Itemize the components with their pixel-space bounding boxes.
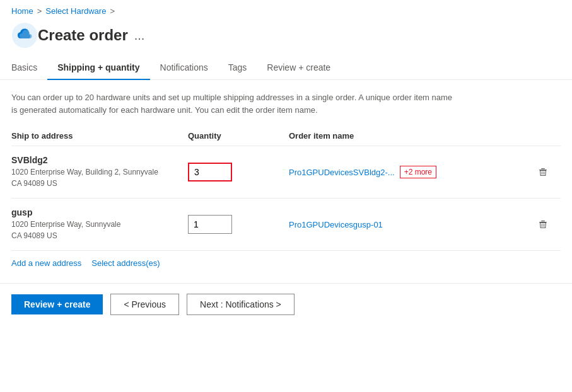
order-item-cell-1: Pro1GPUDevicesSVBldg2-... +2 more: [289, 166, 535, 178]
col-ship-to: Ship to address: [11, 131, 188, 141]
col-order-item-name: Order item name: [289, 131, 535, 141]
breadcrumb-sep2: >: [110, 6, 115, 16]
address-name-2: gusp: [11, 207, 188, 217]
order-item-cell-2: Pro1GPUDevicesgusp-01: [289, 220, 535, 229]
delete-button-2[interactable]: [535, 217, 551, 232]
tab-review-create[interactable]: Review + create: [257, 56, 341, 80]
svg-rect-6: [541, 221, 545, 221]
table-header: Ship to address Quantity Order item name: [11, 131, 561, 146]
description-text: You can order up to 20 hardware units an…: [11, 91, 453, 116]
quantity-cell-1[interactable]: [188, 163, 289, 182]
breadcrumb: Home > Select Hardware >: [0, 0, 572, 20]
footer-links: Add a new address Select address(es): [11, 251, 561, 268]
more-options-icon[interactable]: ...: [134, 28, 145, 43]
col-quantity: Quantity: [188, 131, 289, 141]
breadcrumb-sep1: >: [37, 6, 42, 16]
address-line1-2: 1020 Enterprise Way, Sunnyvale: [11, 219, 188, 230]
quantity-input-2[interactable]: [188, 215, 232, 234]
address-cell-2: gusp 1020 Enterprise Way, Sunnyvale CA 9…: [11, 207, 188, 241]
delete-button-1[interactable]: [535, 164, 551, 180]
tab-basics[interactable]: Basics: [11, 56, 47, 80]
order-item-link-1[interactable]: Pro1GPUDevicesSVBldg2-...: [289, 168, 395, 177]
address-cell-1: SVBldg2 1020 Enterprise Way, Building 2,…: [11, 155, 188, 189]
add-new-address-link[interactable]: Add a new address: [11, 258, 81, 268]
next-notifications-button[interactable]: Next : Notifications >: [187, 294, 295, 315]
tabs-bar: Basics Shipping + quantity Notifications…: [0, 56, 572, 80]
bottom-bar: Review + create < Previous Next : Notifi…: [0, 283, 572, 325]
page-title: Create order: [38, 26, 128, 44]
svg-rect-2: [541, 168, 545, 169]
quantity-input-1[interactable]: [188, 163, 232, 182]
previous-button[interactable]: < Previous: [110, 294, 179, 315]
order-item-link-2[interactable]: Pro1GPUDevicesgusp-01: [289, 220, 383, 229]
address-line1-1: 1020 Enterprise Way, Building 2, Sunnyva…: [11, 166, 188, 178]
page-header: Create order ...: [0, 20, 572, 56]
breadcrumb-select-hardware[interactable]: Select Hardware: [45, 6, 106, 16]
cloud-icon: [11, 22, 38, 49]
tab-shipping[interactable]: Shipping + quantity: [47, 56, 149, 80]
trash-icon-1: [538, 167, 548, 177]
tab-notifications[interactable]: Notifications: [150, 56, 218, 80]
table-row: gusp 1020 Enterprise Way, Sunnyvale CA 9…: [11, 199, 561, 251]
tab-tags[interactable]: Tags: [218, 56, 257, 80]
select-addresses-link[interactable]: Select address(es): [91, 258, 160, 268]
trash-icon-2: [538, 219, 548, 229]
more-badge-1[interactable]: +2 more: [400, 166, 436, 178]
delete-cell-2[interactable]: [535, 217, 561, 232]
address-line2-1: CA 94089 US: [11, 178, 188, 189]
table-row: SVBldg2 1020 Enterprise Way, Building 2,…: [11, 146, 561, 199]
delete-cell-1[interactable]: [535, 164, 561, 180]
main-content: You can order up to 20 hardware units an…: [0, 80, 572, 268]
quantity-cell-2[interactable]: [188, 215, 289, 234]
address-name-1: SVBldg2: [11, 155, 188, 165]
review-create-button[interactable]: Review + create: [11, 294, 103, 314]
breadcrumb-home[interactable]: Home: [11, 6, 33, 16]
address-line2-2: CA 94089 US: [11, 230, 188, 241]
